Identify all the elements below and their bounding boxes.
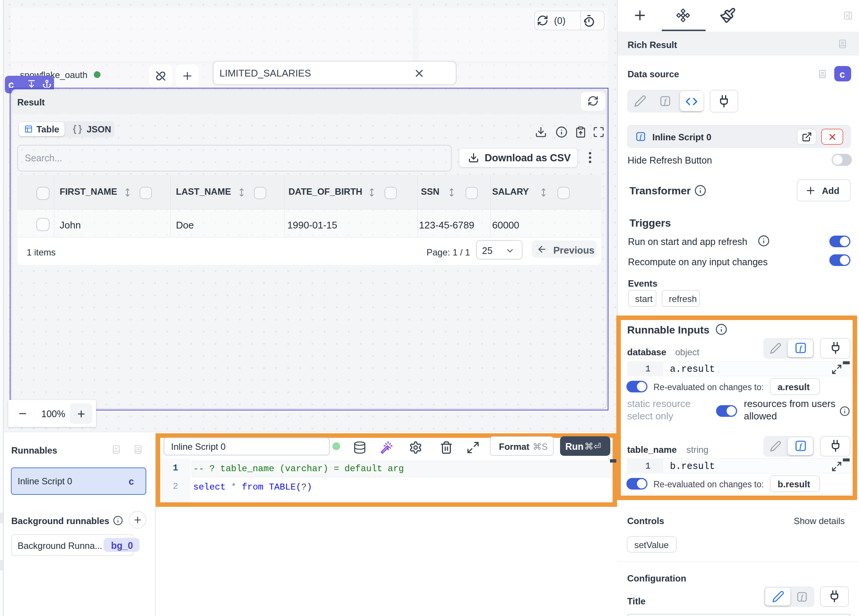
svg-text:f: f [800,442,802,450]
svg-text:f: f [801,594,804,600]
svg-text:f: f [800,344,802,352]
svg-text:f: f [664,97,667,105]
svg-text:f: f [640,133,642,140]
